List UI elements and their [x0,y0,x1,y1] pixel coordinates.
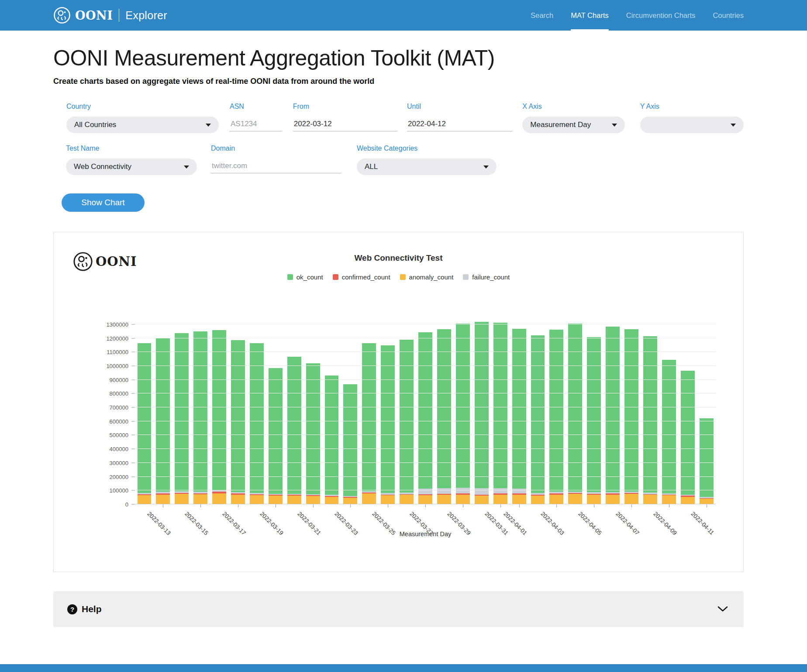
legend-item-failure_count[interactable]: failure_count [463,273,510,281]
bar-2022-03-31[interactable]: 2022-03-31 [491,314,510,504]
stacked-bar [381,314,395,504]
test-name-label: Test Name [66,145,197,152]
x-tick-mark [556,504,557,507]
gridline [135,407,716,407]
bar-segment-anomaly_count [624,494,638,504]
bar-2022-03-25[interactable]: 2022-03-25 [379,314,397,504]
bar-segment-ok_count [643,336,657,493]
bar-2022-04-11[interactable]: 2022-04-11 [697,314,716,504]
brand-divider [119,9,119,22]
bar-2022-04-04[interactable] [566,314,585,504]
bar-2022-03-21[interactable]: 2022-03-21 [303,314,322,504]
show-chart-button[interactable]: Show Chart [62,193,145,212]
domain-input[interactable] [211,159,341,173]
bar-segment-anomaly_count [456,495,470,504]
bar-2022-03-26[interactable] [397,314,416,504]
bar-2022-03-28[interactable] [435,314,454,504]
y-tick-label: 1100000 [107,349,135,355]
bar-2022-03-23[interactable]: 2022-03-23 [341,314,360,504]
mat-query-form: Country All Countries ASN From Until [53,103,744,212]
bar-2022-03-15[interactable]: 2022-03-15 [191,314,210,504]
bar-segment-ok_count [306,363,320,494]
stacked-bar [606,314,620,504]
bar-2022-04-01[interactable]: 2022-04-01 [510,314,528,504]
bar-segment-anomaly_count [418,495,432,504]
bar-segment-anomaly_count [662,495,676,504]
legend-item-ok_count[interactable]: ok_count [287,273,323,281]
legend-label: ok_count [297,273,323,281]
bar-2022-03-12[interactable] [135,314,154,504]
y-tick-label: 300000 [110,459,135,466]
bar-2022-04-09[interactable]: 2022-04-09 [659,314,678,504]
stacked-bar [250,314,264,504]
country-value: All Countries [74,121,116,129]
page-title: OONI Measurement Aggregation Toolkit (MA… [53,45,744,71]
bar-2022-04-10[interactable] [678,314,697,504]
bar-2022-04-05[interactable]: 2022-04-05 [585,314,604,504]
legend-label: failure_count [472,273,510,281]
bar-2022-03-30[interactable] [472,314,491,504]
bar-segment-ok_count [287,357,301,494]
from-date-input[interactable] [293,117,397,131]
test-name-select[interactable]: Web Connectivity [66,159,197,175]
bar-2022-03-18[interactable] [247,314,266,504]
bar-2022-03-16[interactable] [210,314,229,504]
gridline [135,379,716,380]
bar-2022-03-24[interactable] [360,314,379,504]
y-tick-label: 1000000 [106,362,135,369]
stacked-bar [138,314,152,504]
nav-item-search[interactable]: Search [531,0,553,31]
chevron-down-icon [612,124,617,127]
domain-label: Domain [211,145,341,152]
legend-item-confirmed_count[interactable]: confirmed_count [333,273,390,281]
ooni-explorer-logo[interactable]: OONI Explorer [53,7,167,24]
help-panel[interactable]: ? Help [53,591,744,627]
bar-2022-04-03[interactable]: 2022-04-03 [547,314,566,504]
y-axis-label: Y Axis [640,103,744,110]
stacked-bar [549,314,563,504]
nav-item-countries[interactable]: Countries [713,0,744,31]
bar-2022-03-13[interactable]: 2022-03-13 [154,314,172,504]
asn-input[interactable] [230,117,282,131]
bar-2022-04-08[interactable] [641,314,659,504]
gridline [135,490,716,490]
bars: 2022-03-132022-03-152022-03-172022-03-19… [135,314,716,504]
x-tick-mark [313,504,314,507]
bar-2022-04-02[interactable] [528,314,547,504]
bar-2022-03-29[interactable]: 2022-03-29 [453,314,472,504]
help-question-icon: ? [67,604,77,614]
until-date-input[interactable] [407,117,512,131]
nav-item-mat-charts[interactable]: MAT Charts [571,0,609,31]
bar-segment-anomaly_count [212,493,226,504]
stacked-bar [325,314,339,504]
x-tick-mark [350,504,351,507]
bar-2022-03-27[interactable]: 2022-03-27 [416,314,435,504]
chart-logo-word: OONI [96,254,137,269]
stacked-bar [400,314,414,504]
bar-segment-ok_count [662,360,676,493]
bar-2022-03-22[interactable] [322,314,341,504]
stacked-bar [212,314,226,504]
y-axis-select[interactable] [640,117,744,133]
bar-2022-04-06[interactable] [604,314,622,504]
x-tick-mark [463,504,463,507]
country-select[interactable]: All Countries [66,117,219,133]
bar-segment-anomaly_count [325,497,339,504]
bar-segment-ok_count [700,418,714,496]
stacked-bar [362,314,376,504]
chevron-down-icon[interactable] [717,606,728,612]
bar-2022-03-19[interactable]: 2022-03-19 [266,314,285,504]
chevron-down-icon [206,124,211,127]
bar-2022-03-14[interactable] [172,314,191,504]
bar-2022-03-17[interactable]: 2022-03-17 [229,314,248,504]
legend-item-anomaly_count[interactable]: anomaly_count [400,273,454,281]
bar-2022-03-20[interactable] [285,314,303,504]
stacked-bar [531,314,545,504]
bar-2022-04-07[interactable]: 2022-04-07 [622,314,641,504]
y-tick-label: 200000 [110,473,135,480]
chart-title: Web Connectivity Test [73,253,724,263]
bar-segment-ok_count [549,330,563,492]
nav-item-circumvention-charts[interactable]: Circumvention Charts [626,0,696,31]
x-axis-select[interactable]: Measurement Day [522,117,624,133]
website-categories-select[interactable]: ALL [357,159,497,175]
